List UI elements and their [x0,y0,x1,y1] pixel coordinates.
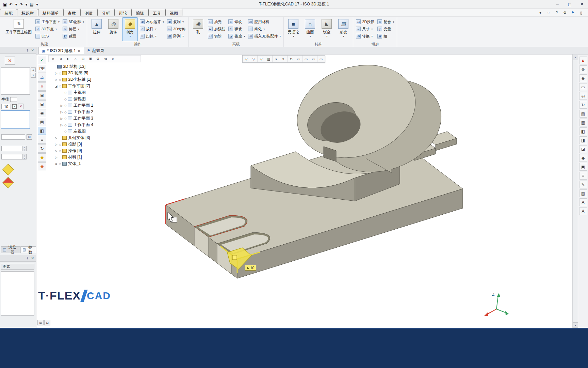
dimension-button[interactable]: ↔尺寸▾ [355,26,375,32]
deform-button[interactable]: ▨ 形变 ▾ [336,17,351,41]
visibility-icon[interactable]: ◇ [64,97,67,101]
taper-button[interactable]: ◢锥度▾ [227,33,246,40]
tab-browser[interactable]: 浏览器 [1,246,20,253]
pick-box-1-button[interactable]: ▭ [295,56,303,62]
ribbon-tab[interactable]: 齿轮 [114,9,131,16]
visibility-icon[interactable]: ◇ [64,91,67,94]
close-button[interactable]: ✕ [50,56,56,62]
visibility-icon[interactable]: ◇ [64,110,67,114]
hatch-button[interactable]: ▨ [579,189,587,197]
half-section-button[interactable]: ◧ [579,127,587,135]
ribbon-tab[interactable]: 编辑 [131,9,148,16]
split-add-button[interactable]: ⊞ [37,320,44,325]
close-icon[interactable]: ✕ [31,48,34,52]
ribbon-tab[interactable]: 标题栏 [17,9,38,16]
option-combo[interactable] [1,134,25,140]
annotate-button[interactable]: ✎ [579,181,587,188]
spin-up-icon[interactable]: ▴ [22,154,26,157]
radius-input[interactable] [10,97,17,102]
selection-list-box[interactable] [1,110,30,129]
path-3d-button[interactable]: ≈路径▾ [62,26,85,32]
material-diamond-multi-icon[interactable] [2,177,14,188]
collapse-button[interactable]: ≪ [102,56,109,62]
clear-value-button[interactable]: ✕ [18,104,23,109]
app-menu-button[interactable]: ▣ [2,0,8,9]
panel-up-button[interactable]: ▴ [31,67,36,72]
tree-item[interactable]: ≡ ◇ 实体_1 [48,160,141,167]
tree-item[interactable]: ▷ ◇ 工作平面 1 [48,102,141,109]
spring-button[interactable]: §弹簧 [227,26,246,32]
more-button[interactable]: » [110,56,116,62]
visibility-icon[interactable]: ◇ [58,149,62,153]
tree-item[interactable]: ◇ 俯视图 [48,96,141,102]
tree-item[interactable]: ▷ ◇ 3D 轮廓 [5] [48,70,141,76]
select-clear-button[interactable]: ⊘ [288,56,295,62]
chamfer-button[interactable]: ◆ 倒角 ▾ [122,17,138,41]
boolean-button[interactable]: ◉布尔运算▾ [139,18,165,25]
shading-button[interactable]: ◨ [579,136,587,144]
filter-edges-button[interactable]: ▽ [250,56,258,62]
measure-button[interactable]: ◉ [38,109,46,117]
thread-button[interactable]: Ξ螺纹 [227,18,246,25]
zoom-in-button[interactable]: ⊕ [579,65,587,73]
panel-toggle-button[interactable]: ▯ [578,11,585,15]
sheet-metal-button[interactable]: ◣ 钣金 ▾ [319,17,334,41]
visibility-icon[interactable]: ◇ [58,143,62,146]
text-horizontal-button[interactable]: A [579,198,587,206]
help-button[interactable]: ? [553,11,560,15]
spinner-field-2[interactable]: ▴▾ [1,154,27,159]
elements-list-box[interactable] [1,271,34,316]
revolve-button[interactable]: ◎ 旋转 [105,17,121,41]
gem-yellow-button[interactable]: ◆ [38,153,46,162]
ribbon-tab[interactable]: 分析 [97,9,114,16]
paste-button[interactable]: ▤ [29,0,35,9]
group-button[interactable]: ▣组 [376,33,395,40]
redo-list-button[interactable]: ▾ [24,0,29,9]
material-button[interactable]: ◆ [579,154,587,162]
properties-button[interactable]: PE [38,65,46,73]
tree-item[interactable]: ▷ 材料 [1] [48,154,141,160]
pick-box-2-button[interactable]: ▭ [303,56,310,62]
visibility-icon[interactable]: ◇ [58,85,62,88]
projection-2d-button[interactable]: ⊡2D投影 [355,18,375,25]
zoom-window-button[interactable]: ⊞ [38,91,46,99]
pin-icon[interactable]: ↧ [26,48,29,52]
filter-settings-button[interactable]: ▦ [265,56,273,62]
filter-vertices-button[interactable]: ▽ [243,56,250,62]
close-icon[interactable]: ✕ [31,256,34,260]
wireframe-button[interactable]: ◪ [579,145,587,153]
scene-options-button[interactable]: ▣ [579,163,587,171]
magnet-button[interactable]: ∪ [579,57,587,64]
visibility-icon[interactable]: ◇ [64,117,67,120]
visibility-icon[interactable]: ◇ [58,78,62,81]
pattern-button[interactable]: ▦阵列▾ [166,33,186,40]
cut-button[interactable]: ✂切除 [207,33,226,40]
refresh-button[interactable]: ↻ [38,144,46,153]
forward-button[interactable]: ► [65,56,71,62]
transform-button[interactable]: ⇆转换▾ [355,33,375,40]
chamfer-length-input[interactable]: 10 [1,104,11,109]
rib-button[interactable]: ◣加强筋 [207,26,226,32]
surface-button[interactable]: ∩ 曲面 ▾ [302,17,318,41]
visibility-icon[interactable]: ◇ [58,162,62,166]
expand-icon[interactable]: ▷ [60,123,64,127]
chamfer-handle[interactable] [232,255,237,260]
sketch-on-workplane-button[interactable]: ✎ 工作平面上绘图 [4,17,33,41]
node-3d-button[interactable]: ⋄3D节点▾ [34,26,61,32]
cancel-operation-button[interactable]: ✕ [5,57,15,65]
apply-material-button[interactable]: ▨应用材料 [247,18,282,25]
undo-button[interactable]: ↶ [8,0,14,9]
paste-list-button[interactable]: ▾ [35,0,39,9]
expand-icon[interactable]: ▷ [54,156,58,159]
select-arrow-button[interactable]: ↖ [280,56,288,62]
scroll-up-icon[interactable]: ▴ [573,55,578,60]
camera-button[interactable]: ◧ [38,127,46,135]
undo-list-button[interactable]: ▾ [14,0,18,9]
layers-button[interactable]: ≡ [38,136,46,144]
ribbon-tab[interactable]: 装配 [0,9,17,16]
back-button[interactable]: ◄ [57,56,64,62]
expand-icon[interactable]: ≡ [54,162,58,166]
gem-red-button[interactable]: ◆ [38,162,46,170]
search-button[interactable]: ◌ [545,11,552,15]
grid-picker-button[interactable]: ⊞ [27,134,32,140]
